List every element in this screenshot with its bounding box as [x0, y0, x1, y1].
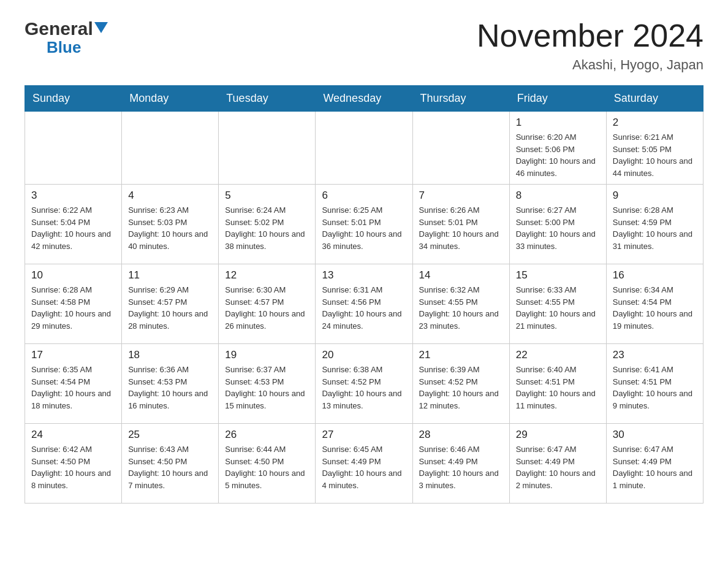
calendar-table: Sunday Monday Tuesday Wednesday Thursday… [25, 85, 703, 504]
calendar-week-row: 1Sunrise: 6:20 AM Sunset: 5:06 PM Daylig… [25, 112, 703, 185]
svg-marker-0 [94, 22, 108, 33]
day-number: 6 [322, 190, 406, 202]
day-info: Sunrise: 6:30 AM Sunset: 4:57 PM Dayligh… [225, 284, 309, 332]
day-info: Sunrise: 6:20 AM Sunset: 5:06 PM Dayligh… [516, 131, 600, 179]
table-row: 8Sunrise: 6:27 AM Sunset: 5:00 PM Daylig… [509, 185, 606, 264]
logo-blue-text: Blue [47, 38, 81, 57]
day-number: 1 [516, 117, 600, 129]
day-info: Sunrise: 6:23 AM Sunset: 5:03 PM Dayligh… [128, 204, 212, 252]
table-row [316, 112, 412, 185]
day-number: 26 [225, 429, 309, 441]
day-info: Sunrise: 6:32 AM Sunset: 4:55 PM Dayligh… [419, 284, 503, 332]
day-number: 13 [322, 269, 406, 282]
calendar-subtitle: Akashi, Hyogo, Japan [477, 57, 703, 73]
day-info: Sunrise: 6:27 AM Sunset: 5:00 PM Dayligh… [516, 204, 600, 252]
day-number: 7 [419, 190, 503, 202]
table-row [412, 112, 509, 185]
table-row: 6Sunrise: 6:25 AM Sunset: 5:01 PM Daylig… [316, 185, 412, 264]
day-number: 3 [31, 190, 115, 202]
day-number: 17 [31, 349, 115, 361]
day-info: Sunrise: 6:46 AM Sunset: 4:49 PM Dayligh… [419, 443, 503, 491]
day-info: Sunrise: 6:47 AM Sunset: 4:49 PM Dayligh… [613, 443, 697, 491]
day-info: Sunrise: 6:25 AM Sunset: 5:01 PM Dayligh… [322, 204, 406, 252]
header-friday: Friday [509, 86, 606, 112]
table-row: 11Sunrise: 6:29 AM Sunset: 4:57 PM Dayli… [122, 264, 219, 344]
table-row: 15Sunrise: 6:33 AM Sunset: 4:55 PM Dayli… [509, 264, 606, 344]
day-info: Sunrise: 6:36 AM Sunset: 4:53 PM Dayligh… [128, 364, 212, 412]
day-number: 25 [128, 429, 212, 441]
table-row: 9Sunrise: 6:28 AM Sunset: 4:59 PM Daylig… [606, 185, 703, 264]
header-monday: Monday [122, 86, 219, 112]
day-info: Sunrise: 6:22 AM Sunset: 5:04 PM Dayligh… [31, 204, 115, 252]
day-info: Sunrise: 6:28 AM Sunset: 4:59 PM Dayligh… [613, 204, 697, 252]
table-row: 3Sunrise: 6:22 AM Sunset: 5:04 PM Daylig… [25, 185, 122, 264]
table-row: 20Sunrise: 6:38 AM Sunset: 4:52 PM Dayli… [316, 344, 412, 424]
table-row: 19Sunrise: 6:37 AM Sunset: 4:53 PM Dayli… [219, 344, 316, 424]
table-row: 24Sunrise: 6:42 AM Sunset: 4:50 PM Dayli… [25, 424, 122, 504]
table-row: 7Sunrise: 6:26 AM Sunset: 5:01 PM Daylig… [412, 185, 509, 264]
day-number: 21 [419, 349, 503, 361]
day-info: Sunrise: 6:40 AM Sunset: 4:51 PM Dayligh… [516, 364, 600, 412]
table-row: 23Sunrise: 6:41 AM Sunset: 4:51 PM Dayli… [606, 344, 703, 424]
day-info: Sunrise: 6:42 AM Sunset: 4:50 PM Dayligh… [31, 443, 115, 491]
table-row: 30Sunrise: 6:47 AM Sunset: 4:49 PM Dayli… [606, 424, 703, 504]
day-info: Sunrise: 6:26 AM Sunset: 5:01 PM Dayligh… [419, 204, 503, 252]
page-header: General Blue November 2024 Akashi, Hyogo… [25, 18, 703, 73]
day-number: 15 [516, 269, 600, 282]
day-number: 30 [613, 429, 697, 441]
header-wednesday: Wednesday [316, 86, 412, 112]
day-info: Sunrise: 6:44 AM Sunset: 4:50 PM Dayligh… [225, 443, 309, 491]
table-row: 27Sunrise: 6:45 AM Sunset: 4:49 PM Dayli… [316, 424, 412, 504]
table-row: 16Sunrise: 6:34 AM Sunset: 4:54 PM Dayli… [606, 264, 703, 344]
weekday-header-row: Sunday Monday Tuesday Wednesday Thursday… [25, 86, 703, 112]
day-info: Sunrise: 6:39 AM Sunset: 4:52 PM Dayligh… [419, 364, 503, 412]
table-row [122, 112, 219, 185]
table-row: 17Sunrise: 6:35 AM Sunset: 4:54 PM Dayli… [25, 344, 122, 424]
calendar-title: November 2024 [477, 18, 703, 53]
table-row: 13Sunrise: 6:31 AM Sunset: 4:56 PM Dayli… [316, 264, 412, 344]
day-info: Sunrise: 6:31 AM Sunset: 4:56 PM Dayligh… [322, 284, 406, 332]
table-row [219, 112, 316, 185]
day-number: 2 [613, 117, 697, 129]
day-info: Sunrise: 6:37 AM Sunset: 4:53 PM Dayligh… [225, 364, 309, 412]
header-sunday: Sunday [25, 86, 122, 112]
title-block: November 2024 Akashi, Hyogo, Japan [477, 18, 703, 73]
day-info: Sunrise: 6:21 AM Sunset: 5:05 PM Dayligh… [613, 131, 697, 179]
header-saturday: Saturday [606, 86, 703, 112]
day-info: Sunrise: 6:35 AM Sunset: 4:54 PM Dayligh… [31, 364, 115, 412]
calendar-week-row: 24Sunrise: 6:42 AM Sunset: 4:50 PM Dayli… [25, 424, 703, 504]
day-number: 18 [128, 349, 212, 361]
day-info: Sunrise: 6:41 AM Sunset: 4:51 PM Dayligh… [613, 364, 697, 412]
calendar-week-row: 17Sunrise: 6:35 AM Sunset: 4:54 PM Dayli… [25, 344, 703, 424]
day-number: 20 [322, 349, 406, 361]
table-row [25, 112, 122, 185]
table-row: 25Sunrise: 6:43 AM Sunset: 4:50 PM Dayli… [122, 424, 219, 504]
day-number: 10 [31, 269, 115, 282]
table-row: 14Sunrise: 6:32 AM Sunset: 4:55 PM Dayli… [412, 264, 509, 344]
day-info: Sunrise: 6:33 AM Sunset: 4:55 PM Dayligh… [516, 284, 600, 332]
table-row: 10Sunrise: 6:28 AM Sunset: 4:58 PM Dayli… [25, 264, 122, 344]
header-tuesday: Tuesday [219, 86, 316, 112]
table-row: 21Sunrise: 6:39 AM Sunset: 4:52 PM Dayli… [412, 344, 509, 424]
day-number: 19 [225, 349, 309, 361]
day-number: 28 [419, 429, 503, 441]
day-number: 11 [128, 269, 212, 282]
day-number: 24 [31, 429, 115, 441]
day-number: 22 [516, 349, 600, 361]
table-row: 28Sunrise: 6:46 AM Sunset: 4:49 PM Dayli… [412, 424, 509, 504]
day-number: 23 [613, 349, 697, 361]
day-number: 4 [128, 190, 212, 202]
day-info: Sunrise: 6:28 AM Sunset: 4:58 PM Dayligh… [31, 284, 115, 332]
day-info: Sunrise: 6:34 AM Sunset: 4:54 PM Dayligh… [613, 284, 697, 332]
table-row: 18Sunrise: 6:36 AM Sunset: 4:53 PM Dayli… [122, 344, 219, 424]
logo: General Blue [25, 18, 108, 57]
table-row: 29Sunrise: 6:47 AM Sunset: 4:49 PM Dayli… [509, 424, 606, 504]
table-row: 22Sunrise: 6:40 AM Sunset: 4:51 PM Dayli… [509, 344, 606, 424]
table-row: 12Sunrise: 6:30 AM Sunset: 4:57 PM Dayli… [219, 264, 316, 344]
table-row: 4Sunrise: 6:23 AM Sunset: 5:03 PM Daylig… [122, 185, 219, 264]
table-row: 26Sunrise: 6:44 AM Sunset: 4:50 PM Dayli… [219, 424, 316, 504]
day-info: Sunrise: 6:43 AM Sunset: 4:50 PM Dayligh… [128, 443, 212, 491]
calendar-week-row: 10Sunrise: 6:28 AM Sunset: 4:58 PM Dayli… [25, 264, 703, 344]
day-number: 16 [613, 269, 697, 282]
day-number: 8 [516, 190, 600, 202]
